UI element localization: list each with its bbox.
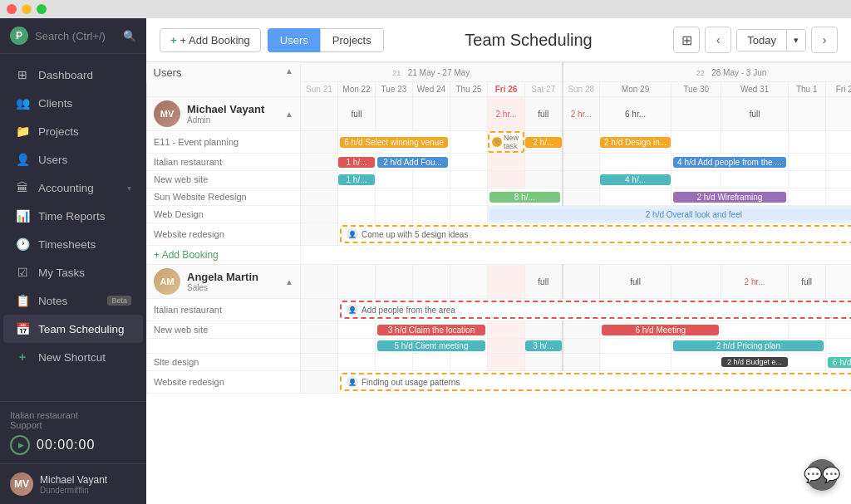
angela-summary-sun28 <box>563 265 600 299</box>
michael-name-block: Michael Vayant Admin <box>187 103 264 125</box>
italian-a-sun21 <box>301 299 338 321</box>
project-sunweb-michael-row: Sun Website Redesign 8 h/... <box>147 188 852 206</box>
e11-sat27-booking[interactable]: 2 h/... <box>525 137 562 148</box>
sunweb-m-tue23 <box>376 188 413 206</box>
add-booking-button[interactable]: + + Add Booking <box>160 28 261 52</box>
schedule-scroll[interactable]: Users ▲ 21 21 May - 27 May 22 28 May - 3… <box>146 62 851 504</box>
newweb-m-thu25 <box>450 171 488 188</box>
sitedesign-a-wed31: 2 h/d Budget e... <box>721 354 788 371</box>
newweb-m-tue23 <box>376 171 413 188</box>
italian-m-fri26 <box>488 154 525 171</box>
angela-collapse-icon[interactable]: ▲ <box>285 277 293 286</box>
newweb-m-wed31 <box>721 171 788 188</box>
italian-m-add-people[interactable]: 4 h/d Add people from the ... <box>673 157 786 168</box>
users-collapse-icon[interactable]: ▲ <box>285 66 293 76</box>
sidebar-item-my-tasks[interactable]: ☑ My Tasks <box>3 258 143 286</box>
webdesign-m-overall[interactable]: 2 h/d Overall look and feel <box>489 209 851 220</box>
italian-m-thu1 <box>788 154 825 171</box>
michael-summary-thu25 <box>450 97 488 131</box>
project-newweb-angela-row: New web site 3 h/d Claim the location <box>147 321 852 339</box>
tab-users[interactable]: Users <box>268 28 320 52</box>
newweb-a-claim[interactable]: 3 h/d Claim the location <box>377 325 485 335</box>
sitedesign-a-thu1 <box>788 354 825 371</box>
timer-play-button[interactable] <box>10 435 30 455</box>
search-placeholder: Search (Ctrl+/) <box>35 30 116 42</box>
newweb-a-3h-sat[interactable]: 3 h/... <box>525 340 562 351</box>
schedule-table: Users ▲ 21 21 May - 27 May 22 28 May - 3… <box>146 62 851 394</box>
italian-a-span: 👤 Add people from the area <box>338 299 852 321</box>
sidebar-item-label: Team Scheduling <box>38 323 131 335</box>
sidebar-item-new-shortcut[interactable]: + New Shortcut <box>3 343 143 371</box>
sunweb-m-wireframing[interactable]: 2 h/d Wireframing <box>673 192 786 203</box>
sunweb-m-fri-sat: 8 h/... <box>488 188 563 206</box>
websiteredesign-a-dashed[interactable]: 👤 Finding out usage patterns <box>340 373 851 391</box>
close-btn[interactable] <box>7 4 17 14</box>
sitedesign-a-budget[interactable]: 2 h/d Budget e... <box>721 357 787 367</box>
today-label[interactable]: Today <box>737 30 786 51</box>
add-booking-label: + Add Booking <box>180 34 250 46</box>
project-e11-row: E11 - Event planning 6 h/d Select winnin… <box>147 131 852 154</box>
next-button[interactable]: › <box>811 27 838 53</box>
michael-add-booking-label[interactable]: + Add Booking <box>147 246 301 265</box>
newweb-a-meeting[interactable]: 6 h/d Meeting <box>602 325 719 335</box>
sidebar-item-time-reports[interactable]: 📊 Time Reports <box>3 202 143 230</box>
sunweb-m-mon22 <box>338 188 376 206</box>
newweb-m-mon22: 1 h/... <box>338 171 376 188</box>
italian-m-thu25 <box>450 154 488 171</box>
sitedesign-a-pricing-p[interactable]: 6 h/d Pricing p... <box>828 357 851 368</box>
sunweb-m-8hd[interactable]: 8 h/... <box>489 192 560 203</box>
newweb-m-mon29-booking[interactable]: 4 h/... <box>600 174 671 185</box>
sidebar-search[interactable]: P Search (Ctrl+/) 🔍 <box>0 18 146 54</box>
main-content: + + Add Booking Users Projects Team Sche… <box>146 18 851 504</box>
italian-m-add-fou[interactable]: 2 h/d Add Fou... <box>377 157 448 168</box>
newweb-a2-sat27: 3 h/... <box>525 339 563 354</box>
search-icon[interactable]: 🔍 <box>123 30 136 42</box>
newweb-a-pricing[interactable]: 2 h/d Pricing plan <box>673 340 824 351</box>
newweb-a-client-meeting[interactable]: 5 h/d Client meeting <box>377 340 485 351</box>
michael-collapse-icon[interactable]: ▲ <box>285 110 293 119</box>
tab-projects[interactable]: Projects <box>320 28 384 52</box>
maximize-btn[interactable] <box>37 4 47 14</box>
e11-thu1 <box>788 131 825 154</box>
sidebar-item-projects[interactable]: 📁 Projects <box>3 117 143 145</box>
e11-new-task[interactable]: 📎 New task <box>488 131 524 153</box>
angela-summary-thu1: full <box>788 265 825 299</box>
sidebar-timer: Italian restaurant Support 00:00:00 <box>0 401 146 463</box>
sidebar-item-accounting[interactable]: 🏛 Accounting ▾ <box>3 174 143 202</box>
e11-mon29-booking[interactable]: 2 h/d Design in... <box>600 137 671 148</box>
websiteredesign-m-dashed[interactable]: 👤 Come up with 5 design ideas <box>340 225 851 243</box>
prev-button[interactable]: ‹ <box>705 27 731 53</box>
project-newweb-michael-row: New web site 1 h/... <box>147 171 852 188</box>
chat-bubble-button[interactable]: 💬 <box>806 459 838 491</box>
today-dropdown-arrow[interactable]: ▾ <box>786 31 805 50</box>
sidebar-item-timesheets[interactable]: 🕐 Timesheets <box>3 230 143 258</box>
angela-summary-tue23 <box>376 265 413 299</box>
sidebar: P Search (Ctrl+/) 🔍 ⊞ Dashboard 👥 Client… <box>0 18 146 504</box>
italian-m-mon22-booking[interactable]: 1 h/... <box>338 157 375 168</box>
michael-name: Michael Vayant <box>187 103 264 115</box>
sidebar-item-users[interactable]: 👤 Users <box>3 145 143 174</box>
newweb-a2-sun28 <box>563 339 600 354</box>
user-info: Michael Vayant Dundermifflin <box>40 474 107 495</box>
main-header: + + Add Booking Users Projects Team Sche… <box>146 18 851 62</box>
michael-add-booking-row: + Add Booking <box>147 246 852 265</box>
e11-mon29: 2 h/d Design in... <box>600 131 671 154</box>
newweb-m-mon22-booking[interactable]: 1 h/... <box>338 174 375 185</box>
sidebar-item-notes[interactable]: 📋 Notes Beta <box>3 286 143 315</box>
day-sun21: Sun 21 <box>301 82 338 97</box>
sitedesign-a-tue30 <box>671 354 721 371</box>
sidebar-item-team-scheduling[interactable]: 📅 Team Scheduling <box>3 315 143 343</box>
sidebar-item-dashboard[interactable]: ⊞ Dashboard <box>3 61 143 89</box>
sidebar-item-label: Notes <box>38 295 99 307</box>
col-spacer <box>147 82 301 97</box>
today-button-group: Today ▾ <box>736 29 806 51</box>
italian-a-dashed[interactable]: 👤 Add people from the area <box>340 301 851 319</box>
newweb-m-tue30 <box>671 171 721 188</box>
col-header-users: Users ▲ <box>147 63 301 82</box>
sidebar-item-clients[interactable]: 👥 Clients <box>3 89 143 117</box>
minimize-btn[interactable] <box>22 4 32 14</box>
e11-tue30 <box>671 131 721 154</box>
grid-view-button[interactable]: ⊞ <box>673 27 700 53</box>
e11-booking-select-venue[interactable]: 6 h/d Select winning venue <box>340 137 448 148</box>
newweb-m-sun28 <box>563 171 600 188</box>
